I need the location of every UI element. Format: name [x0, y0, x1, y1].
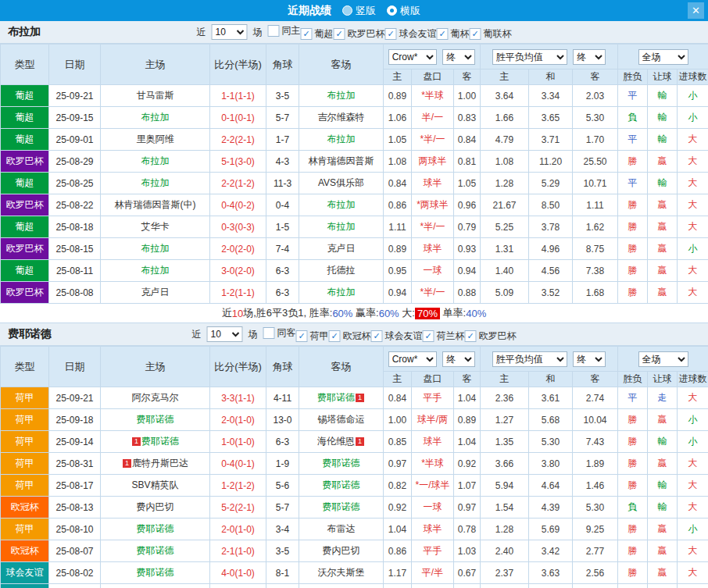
team-cell: 费耶诺德 — [101, 409, 210, 431]
euro-draw-odds: 4.96 — [529, 238, 573, 260]
matches-table: 类型 日期 主场 比分(半场) 角球 客场 Crow* 终 胜平负均值 终 全场 — [0, 346, 708, 588]
final-odds-select[interactable]: 终 — [442, 49, 475, 65]
handicap-cell: *半/一 — [412, 216, 454, 238]
date-cell: 25-08-15 — [49, 238, 101, 260]
result-cell: 勝 — [618, 431, 648, 453]
handicap-cell: 球半 — [412, 519, 454, 540]
handicap-result-cell: 贏 — [648, 238, 678, 260]
team-cell: 克卢日 — [101, 282, 210, 304]
recent-count-select[interactable]: 10 — [212, 24, 248, 40]
asian-home-odds: 1.00 — [384, 409, 412, 431]
bookmaker-select[interactable]: Crow* — [388, 49, 437, 65]
wdl-average-select[interactable]: 胜平负均值 — [492, 49, 567, 65]
team-section-braga: 布拉加 近 10 场 同主✓葡超✓欧罗巴杯✓球会友谊✓葡杯✓葡联杯 类型 日期 … — [0, 21, 708, 323]
layout-radio-horizontal[interactable]: 横版 — [387, 4, 420, 18]
asian-home-odds: 1.08 — [384, 151, 412, 173]
team-name-text: 吉尔维森特 — [318, 112, 365, 123]
corner-cell: 4-3 — [266, 584, 299, 588]
team-name-text: 鹿特丹斯巴达 — [132, 458, 188, 469]
euro-draw-odds: 3.63 — [529, 562, 573, 584]
corner-cell: 6-3 — [266, 431, 299, 453]
checkbox-icon[interactable]: ✓ — [371, 330, 383, 342]
handicap-result-cell: 贏 — [648, 540, 678, 562]
checkbox-icon[interactable]: ✓ — [334, 28, 345, 40]
checkbox-icon[interactable]: ✓ — [437, 28, 449, 40]
matches-table: 类型 日期 主场 比分(半场) 角球 客场 Crow* 终 胜平负均值 终 全场 — [0, 44, 708, 304]
team-cell: 布拉加 — [101, 260, 210, 282]
filter-checkbox-葡联杯[interactable]: ✓葡联杯 — [470, 27, 512, 41]
col-score: 比分(半场) — [210, 347, 266, 387]
corner-cell: 7-4 — [266, 238, 299, 260]
team-cell: 林肯瑞德因普斯(中) — [101, 194, 210, 216]
checkbox-icon[interactable]: ✓ — [465, 330, 477, 342]
games-label: 场 — [253, 26, 263, 39]
summary-part: 场,胜6平3负1, — [243, 306, 309, 320]
filter-checkbox-同客[interactable]: 同客 — [263, 326, 296, 340]
filter-checkbox-球会友谊[interactable]: ✓球会友谊 — [371, 330, 423, 343]
team-cell: 艾华卡 — [101, 216, 210, 238]
recent-count-select[interactable]: 10 — [207, 326, 243, 342]
team-cell: 费耶诺德 — [101, 540, 210, 562]
asian-home-odds: 0.92 — [384, 497, 412, 519]
asian-home-odds: 1.11 — [384, 216, 412, 238]
filter-checkbox-荷甲[interactable]: ✓荷甲 — [296, 330, 329, 343]
team-cell: 布拉加 — [299, 216, 384, 238]
match-row: 荷甲25-08-311鹿特丹斯巴达0-4(0-1)1-9费耶诺德0.97*半球0… — [1, 453, 708, 475]
euro-home-odds: 1.35 — [481, 431, 529, 453]
bookmaker-select[interactable]: Crow* — [388, 351, 437, 367]
filter-checkbox-荷兰杯[interactable]: ✓荷兰杯 — [423, 330, 465, 343]
sub-col-euro-home: 主 — [481, 69, 529, 85]
league-cell: 荷甲 — [1, 475, 49, 497]
checkbox-icon[interactable]: ✓ — [385, 28, 397, 40]
euro-draw-odds: 4.64 — [529, 475, 573, 497]
checkbox-icon[interactable]: ✓ — [423, 330, 434, 342]
asian-away-odds: 0.81 — [454, 151, 481, 173]
filter-checkbox-同主[interactable]: 同主 — [268, 24, 301, 37]
asian-home-odds: 1.06 — [384, 107, 412, 129]
checkbox-icon[interactable]: ✓ — [470, 28, 481, 40]
handicap-result-cell: 贏 — [648, 151, 678, 173]
filter-checkbox-球会友谊[interactable]: ✓球会友谊 — [385, 27, 437, 41]
team-name-text: 林肯瑞德因普斯 — [309, 155, 374, 166]
team-section-feyenoord: 费耶诺德 近 10 场 同客✓荷甲✓欧冠杯✓球会友谊✓荷兰杯✓欧罗巴杯 类型 日… — [0, 323, 708, 588]
checkbox-icon[interactable]: ✓ — [296, 330, 308, 342]
filter-checkbox-欧罗巴杯[interactable]: ✓欧罗巴杯 — [465, 330, 517, 343]
date-cell: 25-08-29 — [49, 151, 101, 173]
checkbox-icon[interactable]: ✓ — [329, 330, 341, 342]
goals-result-cell: 大 — [678, 173, 708, 194]
filter-checkbox-欧冠杯[interactable]: ✓欧冠杯 — [329, 330, 371, 343]
final-odds-select[interactable]: 终 — [573, 351, 606, 367]
checkbox-icon[interactable] — [268, 25, 280, 37]
filter-checkbox-欧罗巴杯[interactable]: ✓欧罗巴杯 — [334, 27, 385, 41]
euro-away-odds: 8.75 — [573, 238, 618, 260]
fulltime-scope-select[interactable]: 全场 — [638, 351, 688, 367]
euro-away-odds: 1.70 — [573, 129, 618, 151]
fulltime-scope-select[interactable]: 全场 — [638, 49, 688, 65]
final-odds-select[interactable]: 终 — [442, 351, 475, 367]
euro-draw-odds — [529, 584, 573, 588]
checkbox-icon[interactable] — [263, 327, 275, 339]
team-name-text: 布雷达 — [327, 523, 356, 534]
corner-cell: 13-0 — [266, 409, 299, 431]
close-icon[interactable]: ✕ — [688, 2, 704, 19]
wdl-average-select[interactable]: 胜平负均值 — [492, 351, 567, 367]
radio-icon-horizontal[interactable] — [387, 5, 397, 16]
corner-cell: 1-5 — [266, 216, 299, 238]
team-cell: 里奥阿维 — [101, 129, 210, 151]
euro-home-odds: 2.40 — [481, 540, 529, 562]
final-odds-select[interactable]: 终 — [573, 49, 606, 65]
asian-home-odds: 0.94 — [384, 282, 412, 304]
filter-checkbox-葡超[interactable]: ✓葡超 — [301, 27, 334, 41]
filter-checkbox-葡杯[interactable]: ✓葡杯 — [437, 27, 470, 41]
handicap-cell: 一球 — [412, 497, 454, 519]
corner-cell: 3-5 — [266, 540, 299, 562]
goals-result-cell: 小 — [678, 409, 708, 431]
handicap-result-cell: 輸 — [648, 431, 678, 453]
result-cell: 勝 — [618, 151, 648, 173]
radio-icon-vertical[interactable] — [342, 5, 352, 16]
team-cell: 布雷达 — [299, 519, 384, 540]
layout-radio-vertical[interactable]: 竖版 — [342, 4, 376, 18]
corner-cell: 3-4 — [266, 519, 299, 540]
team-name-text: 布拉加 — [141, 265, 170, 276]
checkbox-icon[interactable]: ✓ — [301, 28, 313, 40]
